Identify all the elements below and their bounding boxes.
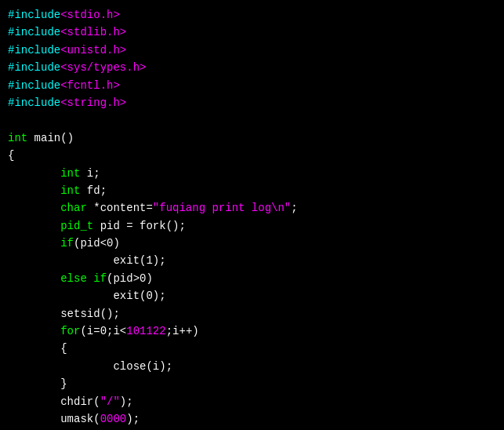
code-line-22: }	[8, 375, 496, 392]
code-line-3: #include<unistd.h>	[8, 42, 496, 59]
code-line-18: setsid();	[8, 305, 496, 322]
type-keyword: int	[8, 132, 27, 144]
code-line-11: int fd;	[8, 182, 496, 199]
code-line-17: exit(0);	[8, 287, 496, 304]
indent	[8, 272, 60, 285]
keyword: #include	[8, 44, 60, 56]
include-file: <sys/types.h>	[60, 61, 146, 74]
include-file: <stdlib.h>	[60, 26, 126, 38]
code-line-5: #include<fcntl.h>	[8, 77, 496, 94]
include-file: <stdio.h>	[60, 9, 120, 21]
code-line-9: {	[8, 147, 496, 164]
code-text: close(i);	[113, 360, 172, 373]
type-keyword: int	[60, 167, 80, 180]
code-text: main()	[27, 132, 74, 144]
indent	[8, 184, 60, 197]
indent	[8, 167, 60, 180]
code-line-12: char *content="fuqiang print log\n";	[8, 199, 496, 217]
code-text: );	[126, 413, 140, 425]
type-keyword: int	[60, 184, 80, 197]
type-keyword: char	[60, 202, 87, 214]
code-text: (pid>0)	[107, 272, 153, 285]
include-file: <fcntl.h>	[60, 79, 120, 92]
include-file: <string.h>	[60, 97, 126, 109]
code-line-7	[8, 111, 496, 129]
include-file: <unistd.h>	[60, 44, 126, 56]
indent	[8, 325, 60, 337]
code-text: (i=0;i<	[80, 325, 126, 337]
code-line-20: {	[8, 340, 496, 357]
brace: }	[60, 377, 67, 390]
brace: {	[60, 342, 67, 355]
code-text: pid = fork();	[93, 220, 186, 232]
keyword: #include	[8, 61, 60, 74]
code-line-6: #include<string.h>	[8, 94, 496, 111]
code-line-2: #include<stdlib.h>	[8, 24, 496, 41]
code-line-24: umask(0000);	[8, 410, 496, 428]
indent	[8, 290, 113, 302]
control-keyword: else if	[60, 272, 107, 285]
code-text: ;	[291, 202, 297, 214]
keyword: #include	[8, 97, 60, 109]
code-text: fd;	[80, 184, 107, 197]
indent	[8, 360, 113, 373]
control-keyword: if	[60, 237, 74, 250]
code-line-1: #include<stdio.h>	[8, 6, 496, 24]
code-editor: #include<stdio.h> #include<stdlib.h> #in…	[0, 0, 504, 430]
indent	[8, 237, 60, 250]
code-text: umask(	[60, 413, 100, 425]
code-text: setsid();	[60, 308, 120, 320]
indent	[8, 413, 60, 425]
code-line-10: int i;	[8, 165, 496, 182]
number-literal: 101122	[126, 325, 165, 337]
code-text: chdir(	[60, 395, 100, 408]
code-line-21: close(i);	[8, 358, 496, 375]
type-keyword: pid_t	[60, 220, 93, 232]
code-text: *content=	[87, 202, 153, 214]
indent	[8, 220, 60, 232]
number-literal: 0000	[100, 413, 127, 425]
code-line-14: if(pid<0)	[8, 235, 496, 252]
code-line-4: #include<sys/types.h>	[8, 59, 496, 76]
code-line-23: chdir("/");	[8, 393, 496, 410]
code-text: i;	[80, 167, 100, 180]
code-line-19: for(i=0;i<101122;i++)	[8, 322, 496, 340]
code-line-8: int main()	[8, 129, 496, 147]
code-text: );	[120, 395, 133, 408]
indent	[8, 308, 60, 320]
code-text: exit(0);	[113, 290, 165, 302]
string-literal: "fuqiang print log\n"	[153, 202, 291, 214]
keyword: #include	[8, 26, 60, 38]
code-line-13: pid_t pid = fork();	[8, 217, 496, 235]
code-text: exit(1);	[113, 254, 165, 267]
indent	[8, 254, 113, 267]
brace: {	[8, 149, 14, 162]
control-keyword: for	[60, 325, 80, 337]
code-text: (pid<0)	[74, 237, 120, 250]
indent	[8, 342, 60, 355]
code-text: ;i++)	[166, 325, 199, 337]
code-line-15: exit(1);	[8, 252, 496, 269]
indent	[8, 202, 60, 214]
keyword: #include	[8, 9, 60, 21]
code-line-16: else if(pid>0)	[8, 270, 496, 287]
keyword: #include	[8, 79, 60, 92]
indent	[8, 377, 60, 390]
indent	[8, 395, 60, 408]
string-literal: "/"	[100, 395, 120, 408]
